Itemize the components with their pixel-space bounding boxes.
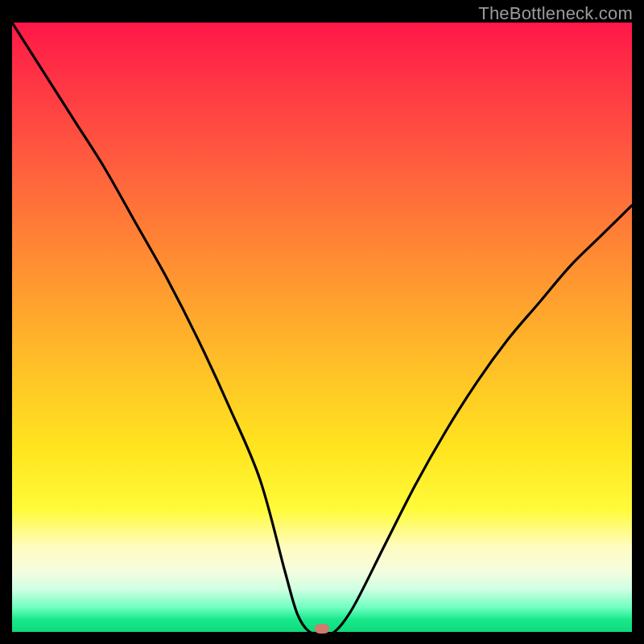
bottleneck-marker <box>315 624 329 634</box>
plot-area <box>12 23 632 632</box>
chart-frame: TheBottleneck.com <box>0 0 644 644</box>
watermark-text: TheBottleneck.com <box>478 3 633 24</box>
bottleneck-curve <box>12 23 632 632</box>
